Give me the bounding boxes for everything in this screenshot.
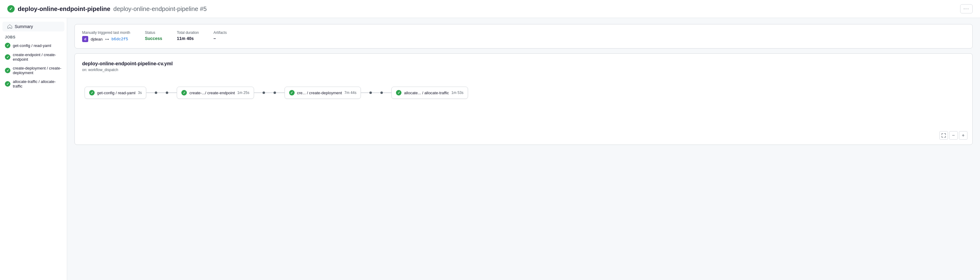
artifacts-field: Artifacts –	[213, 30, 226, 41]
zoom-in-button[interactable]: +	[959, 131, 967, 140]
sidebar-job-1[interactable]: get-config / read-yaml	[0, 41, 67, 50]
sidebar-job-3[interactable]: create-deployment / create-deployment	[0, 64, 67, 77]
node-2-time: 1m 25s	[237, 90, 249, 95]
job-4-status-icon	[5, 81, 10, 87]
workflow-filename: deploy-online-endpoint-pipeline-cv.yml	[82, 61, 965, 66]
home-icon	[7, 24, 12, 29]
sidebar-job-4[interactable]: allocate-traffic / allocate-traffic	[0, 77, 67, 90]
connector-1	[146, 92, 177, 94]
summary-card: Manually triggered last month d djdean ⊶…	[75, 24, 973, 49]
workflow-card: deploy-online-endpoint-pipeline-cv.yml o…	[75, 53, 973, 145]
sidebar-job-2[interactable]: create-endpoint / create-endpoint	[0, 50, 67, 64]
artifacts-label: Artifacts	[213, 30, 226, 35]
connector-2	[254, 92, 285, 94]
node-2-name: create-.../ create-endpoint	[189, 90, 235, 95]
zoom-controls: − +	[939, 131, 967, 140]
job-4-label: allocate-traffic / allocate-traffic	[13, 79, 62, 89]
pipeline-title-sub: deploy-online-endpoint-pipeline #5	[113, 5, 207, 13]
connector-dot-1b	[166, 92, 168, 94]
status-label: Status	[145, 30, 162, 35]
job-1-status-icon	[5, 43, 10, 48]
header-left: deploy-online-endpoint-pipeline deploy-o…	[7, 5, 207, 13]
node-4-status-icon	[396, 90, 401, 95]
connector-line-1b	[157, 92, 166, 93]
connector-line-1	[146, 92, 155, 93]
status-field: Status Success	[145, 30, 162, 41]
node-3-time: 7m 44s	[344, 90, 356, 95]
more-options-button[interactable]: ···	[960, 4, 973, 13]
username: djdean	[91, 37, 103, 41]
jobs-section-label: Jobs	[0, 32, 67, 41]
node-1-name: get-config / read-yaml	[97, 90, 135, 95]
node-1-time: 3s	[138, 90, 142, 95]
connector-3	[361, 92, 391, 94]
connector-dot-3	[369, 92, 372, 94]
connector-line-3	[361, 92, 369, 93]
node-3-name: cre... / create-deployment	[297, 90, 342, 95]
node-2-status-icon	[181, 90, 187, 95]
job-2-label: create-endpoint / create-endpoint	[13, 52, 62, 62]
workflow-trigger: on: workflow_dispatch	[82, 68, 965, 72]
connector-line-3c	[383, 92, 391, 93]
connector-line-2c	[276, 92, 285, 93]
connector-dot-3b	[380, 92, 383, 94]
sidebar-summary-label: Summary	[15, 24, 33, 29]
page-header: deploy-online-endpoint-pipeline deploy-o…	[0, 0, 980, 18]
connector-line-1c	[168, 92, 177, 93]
commit-branch-icon: ⊶	[105, 37, 109, 41]
pipeline-node-2[interactable]: create-.../ create-endpoint 1m 25s	[177, 87, 254, 99]
job-2-status-icon	[5, 54, 10, 60]
duration-value: 11m 40s	[177, 36, 199, 41]
summary-row: Manually triggered last month d djdean ⊶…	[82, 30, 965, 42]
trigger-value-row: d djdean ⊶ b6dc2f5	[82, 36, 130, 42]
pipeline-node-4[interactable]: allocate... / allocate-traffic 1m 53s	[391, 87, 468, 99]
duration-field: Total duration 11m 40s	[177, 30, 199, 41]
job-3-label: create-deployment / create-deployment	[13, 66, 62, 75]
trigger-label: Manually triggered last month	[82, 30, 130, 35]
main-layout: Summary Jobs get-config / read-yaml crea…	[0, 18, 980, 280]
node-4-name: allocate... / allocate-traffic	[404, 90, 449, 95]
connector-dot-1	[155, 92, 157, 94]
fullscreen-button[interactable]	[939, 131, 948, 140]
connector-line-2b	[265, 92, 274, 93]
connector-line-3b	[372, 92, 380, 93]
pipeline-title-main: deploy-online-endpoint-pipeline	[18, 5, 110, 13]
pipeline-status-icon	[7, 5, 15, 13]
user-avatar: d	[82, 36, 88, 42]
pipeline-node-1[interactable]: get-config / read-yaml 3s	[84, 87, 146, 99]
pipeline-node-3[interactable]: cre... / create-deployment 7m 44s	[285, 87, 361, 99]
commit-hash[interactable]: b6dc2f5	[111, 37, 128, 41]
job-1-label: get-config / read-yaml	[13, 43, 51, 48]
node-3-status-icon	[289, 90, 294, 95]
duration-label: Total duration	[177, 30, 199, 35]
connector-dot-2b	[274, 92, 276, 94]
trigger-field: Manually triggered last month d djdean ⊶…	[82, 30, 130, 42]
pipeline-flow: get-config / read-yaml 3s create-.../ cr…	[82, 82, 965, 104]
node-1-status-icon	[89, 90, 95, 95]
zoom-out-button[interactable]: −	[949, 131, 958, 140]
connector-line-2	[254, 92, 262, 93]
node-4-time: 1m 53s	[452, 90, 463, 95]
sidebar-item-summary[interactable]: Summary	[2, 22, 64, 32]
content-area: Manually triggered last month d djdean ⊶…	[67, 18, 980, 280]
artifacts-value: –	[213, 36, 226, 41]
job-3-status-icon	[5, 68, 10, 73]
connector-dot-2	[262, 92, 265, 94]
sidebar: Summary Jobs get-config / read-yaml crea…	[0, 18, 67, 280]
status-value: Success	[145, 36, 162, 41]
